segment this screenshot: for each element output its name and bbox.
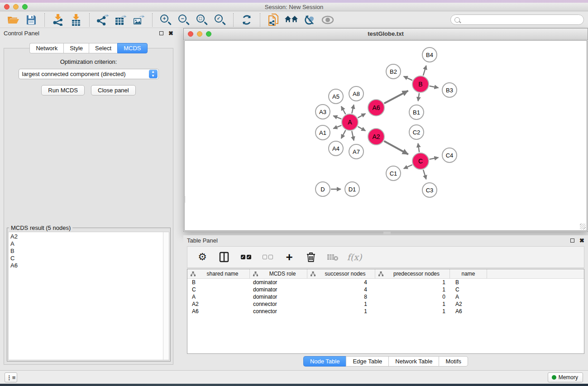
cell-predecessor-nodes[interactable]: 1 — [375, 308, 450, 315]
mcds-result-item[interactable]: A2 — [10, 233, 163, 240]
cell-predecessor-nodes[interactable]: 1 — [375, 286, 450, 293]
edge-A2-C[interactable] — [384, 141, 408, 154]
graph-node-C2[interactable]: C2 — [409, 124, 424, 140]
delete-table-icon[interactable] — [327, 251, 339, 263]
tab-mcds[interactable]: MCDS — [117, 43, 147, 53]
cell-predecessor-nodes[interactable]: 1 — [375, 279, 450, 286]
edge-A-A7[interactable] — [352, 131, 354, 141]
run-mcds-button[interactable]: Run MCDS — [41, 85, 85, 95]
edge-A-A6[interactable] — [358, 114, 366, 118]
refresh-layout-icon[interactable] — [240, 13, 253, 27]
cell-shared-name[interactable]: A — [187, 294, 250, 300]
deselect-all-checkboxes-icon[interactable] — [262, 251, 273, 263]
tab-edge-table[interactable]: Edge Table — [346, 356, 388, 367]
graph-node-A2[interactable]: A2 — [368, 128, 385, 145]
cell-successor-nodes[interactable]: 4 — [307, 279, 375, 286]
cell-MCDS-role[interactable]: connector — [250, 308, 307, 315]
graph-node-A1[interactable]: A1 — [315, 125, 330, 140]
edge-B-B4[interactable] — [423, 66, 426, 76]
zoom-fit-icon[interactable]: ⬚ — [195, 13, 209, 27]
search-field[interactable] — [450, 14, 584, 25]
import-table-icon[interactable] — [69, 13, 83, 27]
edge-C-C2[interactable] — [418, 143, 420, 152]
edge-A-A3[interactable] — [333, 116, 341, 119]
table-row[interactable]: A2connector11A2 — [187, 300, 584, 308]
network-canvas[interactable]: B4B2BB3A5A8A6A3B1AC2A1A2A4A7C4CC1C3DD1 — [184, 40, 587, 231]
table-panel-float-icon[interactable] — [570, 238, 574, 243]
export-table-icon[interactable] — [114, 13, 128, 27]
graph-node-D[interactable]: D — [315, 181, 330, 197]
cell-successor-nodes[interactable]: 1 — [307, 308, 375, 315]
edge-B-B2[interactable] — [404, 76, 412, 81]
graph-node-A8[interactable]: A8 — [349, 86, 364, 101]
tab-select[interactable]: Select — [89, 43, 117, 53]
edge-A-A2[interactable] — [358, 127, 366, 131]
network-window-titlebar[interactable]: testGlobe.txt — [184, 29, 588, 40]
cell-successor-nodes[interactable]: 4 — [307, 286, 375, 293]
edge-C-C4[interactable] — [430, 157, 439, 159]
column-header-shared-name[interactable]: shared name — [187, 269, 250, 278]
table-options-gear-icon[interactable]: ⚙ — [196, 251, 208, 263]
mcds-result-item[interactable]: A6 — [10, 262, 163, 269]
graph-node-B3[interactable]: B3 — [442, 82, 457, 98]
mcds-result-item[interactable]: A — [10, 240, 163, 248]
mcds-result-item[interactable]: C — [10, 255, 163, 262]
cell-shared-name[interactable]: A6 — [187, 308, 250, 315]
graph-node-D1[interactable]: D1 — [344, 181, 360, 197]
graph-node-B2[interactable]: B2 — [386, 64, 401, 79]
table-row[interactable]: Bdominator41B — [187, 279, 584, 286]
graph-node-A6[interactable]: A6 — [368, 99, 385, 116]
save-session-icon[interactable] — [24, 13, 38, 27]
zoom-selected-icon[interactable]: ✓ — [213, 13, 227, 27]
mcds-result-scrollbar[interactable] — [163, 232, 169, 360]
add-column-icon[interactable]: + — [283, 251, 295, 263]
optimization-criterion-select[interactable]: largest connected component (directed) ▲… — [19, 69, 159, 79]
graph-node-C[interactable]: C — [412, 152, 429, 170]
open-folder-icon[interactable] — [6, 13, 20, 27]
graph-node-B4[interactable]: B4 — [422, 47, 437, 62]
graph-node-C3[interactable]: C3 — [422, 182, 437, 198]
column-header-predecessor-nodes[interactable]: predecessor nodes — [375, 269, 450, 278]
column-header-MCDS-role[interactable]: MCDS role — [250, 269, 307, 278]
edge-A-A1[interactable] — [333, 125, 341, 129]
cell-successor-nodes[interactable]: 8 — [307, 294, 375, 300]
edge-B-B1[interactable] — [418, 93, 420, 101]
edge-A6-B[interactable] — [384, 91, 408, 104]
export-image-icon[interactable] — [132, 13, 146, 27]
import-network-icon[interactable] — [51, 13, 65, 27]
cell-name[interactable]: B — [450, 279, 487, 286]
edge-A-A4[interactable] — [341, 130, 346, 138]
tab-network-table[interactable]: Network Table — [388, 356, 439, 367]
graph-node-A[interactable]: A — [341, 114, 359, 131]
edge-A-A8[interactable] — [352, 105, 354, 113]
cell-shared-name[interactable]: C — [187, 286, 250, 293]
close-panel-button[interactable]: Close panel — [91, 85, 136, 95]
table-row[interactable]: Adominator80A — [187, 293, 584, 300]
node-table[interactable]: shared nameMCDS rolesuccessor nodesprede… — [187, 269, 584, 354]
resize-grip[interactable] — [580, 224, 586, 229]
cell-shared-name[interactable]: B — [187, 279, 250, 286]
export-network-icon[interactable] — [96, 13, 110, 27]
column-header-name[interactable]: name — [450, 269, 487, 278]
graph-node-A7[interactable]: A7 — [349, 144, 364, 159]
home-layouts-icon[interactable] — [285, 13, 298, 27]
cell-name[interactable]: A6 — [450, 308, 487, 315]
graph-node-B1[interactable]: B1 — [409, 105, 424, 120]
cell-MCDS-role[interactable]: dominator — [250, 294, 307, 300]
edge-B-B3[interactable] — [430, 86, 439, 88]
edge-C-C3[interactable] — [423, 170, 426, 179]
column-header-successor-nodes[interactable]: successor nodes — [307, 269, 375, 278]
graph-node-A4[interactable]: A4 — [328, 141, 344, 156]
function-builder-icon[interactable]: f(x) — [349, 251, 360, 263]
zoom-out-icon[interactable]: − — [177, 13, 191, 27]
table-row[interactable]: A6connector11A6 — [187, 308, 584, 315]
table-panel-close-icon[interactable]: ✖ — [579, 238, 584, 243]
graph-node-C1[interactable]: C1 — [386, 166, 401, 181]
control-panel-close-icon[interactable]: ✖ — [168, 30, 173, 36]
graph-node-C4[interactable]: C4 — [442, 148, 457, 163]
select-all-checkboxes-icon[interactable]: ✓✓ — [240, 251, 252, 263]
tab-motifs[interactable]: Motifs — [439, 356, 468, 367]
graph-node-B[interactable]: B — [412, 76, 429, 93]
graph-node-A3[interactable]: A3 — [315, 104, 330, 119]
show-hide-style-icon[interactable] — [303, 13, 316, 27]
